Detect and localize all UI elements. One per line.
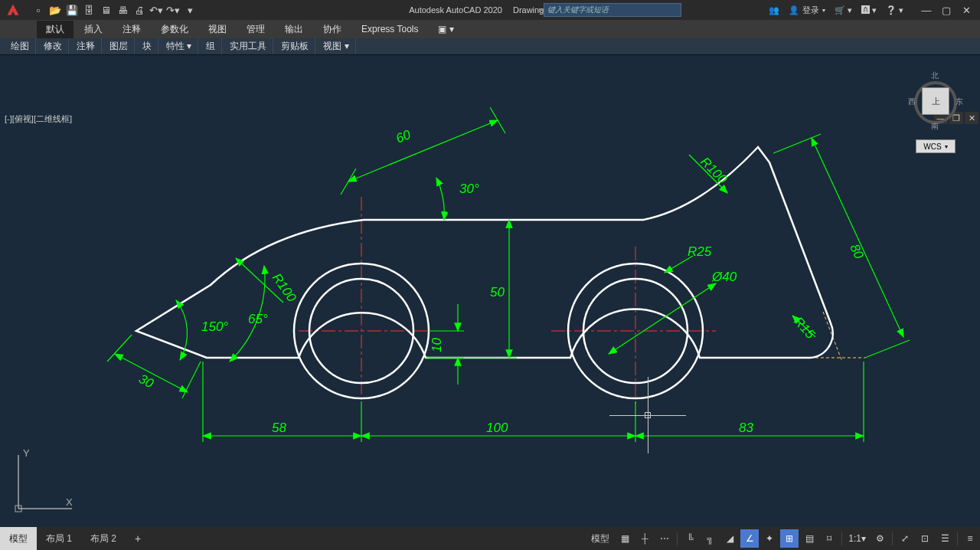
share-button[interactable]: 👥 xyxy=(769,5,779,15)
dim-80: 80 xyxy=(847,242,866,262)
app-logo[interactable] xyxy=(0,0,26,20)
tab-layout1[interactable]: 布局 1 xyxy=(37,527,81,550)
tab-add[interactable]: + xyxy=(126,527,150,550)
status-more-icon[interactable]: ⋯ xyxy=(655,529,674,548)
panel-block[interactable]: 块 xyxy=(136,38,158,54)
tab-collaborate[interactable]: 协作 xyxy=(314,21,351,38)
tab-output[interactable]: 输出 xyxy=(276,21,312,38)
dim-r100a: R100 xyxy=(270,270,299,305)
status-scale[interactable]: 1:1▾ xyxy=(845,529,869,548)
status-polar-icon[interactable]: ╗ xyxy=(701,529,719,548)
login-button[interactable]: 👤 登录 ▾ xyxy=(789,5,825,16)
status-opts-icon[interactable]: ⊡ xyxy=(916,529,934,548)
status-model[interactable]: 模型 xyxy=(586,529,614,548)
panel-modify[interactable]: 修改 xyxy=(38,38,69,54)
dim-r25: R25 xyxy=(688,244,712,259)
search-placeholder: 键入关键字或短语 xyxy=(547,5,609,15)
svg-line-35 xyxy=(609,283,716,354)
status-iso-icon[interactable]: ◢ xyxy=(720,529,739,548)
tab-parametric[interactable]: 参数化 xyxy=(152,21,198,38)
status-lw-icon[interactable]: ⊞ xyxy=(780,529,799,548)
ucs-icon: Y X xyxy=(12,447,81,516)
minimize-button[interactable]: — xyxy=(919,2,934,18)
status-zoom-icon[interactable]: ⤢ xyxy=(896,529,914,548)
svg-line-25 xyxy=(348,120,498,182)
status-isodraft-icon[interactable]: ☰ xyxy=(936,529,954,548)
dim-60: 60 xyxy=(394,127,413,146)
status-transp-icon[interactable]: ▤ xyxy=(800,529,818,548)
app-title: Autodesk AutoCAD 2020 xyxy=(409,5,502,15)
panel-annotation[interactable]: 注释 xyxy=(70,38,102,54)
status-grid-icon[interactable]: ▦ xyxy=(616,529,634,548)
status-osnap-icon[interactable]: ∠ xyxy=(740,529,759,548)
panel-utilities[interactable]: 实用工具 xyxy=(224,38,273,54)
dim-dia40: Ø40 xyxy=(711,270,737,284)
drawing-canvas[interactable]: [-][俯视][二维线框] — ❐ ✕ 上 北 南 西 东 WCS xyxy=(0,55,980,527)
tab-insert[interactable]: 插入 xyxy=(75,21,112,38)
qat-plot-icon[interactable]: 🖶 xyxy=(115,2,130,18)
drawing-svg: 58 100 83 50 10 60 30° 80 R100 xyxy=(0,55,980,530)
tab-manage[interactable]: 管理 xyxy=(237,21,274,38)
svg-point-8 xyxy=(568,264,703,398)
qat-redo-icon[interactable]: ↷▾ xyxy=(165,2,181,18)
exchange-button[interactable]: 🛒 ▾ xyxy=(835,5,852,15)
svg-line-26 xyxy=(773,134,821,153)
app-store-button[interactable]: 🅰 ▾ xyxy=(861,5,877,15)
tab-annotate[interactable]: 注释 xyxy=(113,21,150,38)
dim-a65: 65° xyxy=(248,312,268,326)
qat-openweb-icon[interactable]: 🖥 xyxy=(98,2,113,18)
tab-default[interactable]: 默认 xyxy=(37,21,74,38)
status-ortho-icon[interactable]: ╚ xyxy=(681,529,699,548)
qat-save-icon[interactable]: 💾 xyxy=(64,2,80,18)
dim-50: 50 xyxy=(490,285,505,300)
panel-clipboard[interactable]: 剪贴板 xyxy=(275,38,315,54)
qat-more-icon[interactable]: ▾ xyxy=(182,2,198,18)
panel-view[interactable]: 视图 ▾ xyxy=(317,38,355,54)
dim-83: 83 xyxy=(739,421,753,435)
login-label: 登录 xyxy=(802,5,819,16)
qat-print-icon[interactable]: 🖨 xyxy=(132,2,147,18)
tab-model[interactable]: 模型 xyxy=(0,527,37,550)
svg-line-27 xyxy=(865,340,910,358)
maximize-button[interactable]: ▢ xyxy=(939,2,954,18)
panel-layer[interactable]: 图层 xyxy=(103,38,135,54)
dim-100: 100 xyxy=(486,421,508,435)
dim-58: 58 xyxy=(272,421,286,435)
status-customize-icon[interactable]: ≡ xyxy=(961,529,979,548)
svg-text:Y: Y xyxy=(23,447,30,459)
status-qvlayout-icon[interactable]: ⌑ xyxy=(820,529,838,548)
tab-express[interactable]: Express Tools xyxy=(352,21,427,37)
close-button[interactable]: ✕ xyxy=(959,2,974,18)
svg-line-31 xyxy=(107,335,132,362)
qat-open-icon[interactable]: 📂 xyxy=(47,2,63,18)
tab-focus-icon[interactable]: ▣ ▾ xyxy=(429,21,462,37)
status-bar: 模型 布局 1 布局 2 + 模型 ▦ ┼ ⋯ ╚ ╗ ◢ ∠ ✦ ⊞ ▤ ⌑ … xyxy=(0,527,980,550)
dim-r100b: R100 xyxy=(697,154,730,187)
svg-line-32 xyxy=(182,362,201,398)
qat-saveas-icon[interactable]: 🗄 xyxy=(81,2,96,18)
panel-properties[interactable]: 特性 ▾ xyxy=(160,38,198,54)
status-snap-icon[interactable]: ┼ xyxy=(635,529,654,548)
dim-a30: 30° xyxy=(459,182,479,196)
search-input[interactable]: 键入关键字或短语 xyxy=(544,3,681,17)
status-gear-icon[interactable]: ⚙ xyxy=(871,529,889,548)
tab-layout2[interactable]: 布局 2 xyxy=(81,527,126,550)
qat-new-icon[interactable]: ▫ xyxy=(31,2,46,18)
user-icon: 👤 xyxy=(789,5,799,15)
svg-text:X: X xyxy=(66,496,73,508)
panel-bar: 绘图 修改 注释 图层 块 特性 ▾ 组 实用工具 剪贴板 视图 ▾ xyxy=(0,38,980,55)
dim-a150: 150° xyxy=(201,319,228,334)
ribbon-tabs: 默认 插入 注释 参数化 视图 管理 输出 协作 Express Tools ▣… xyxy=(0,20,980,38)
panel-draw[interactable]: 绘图 xyxy=(5,38,36,54)
status-annoscale-icon[interactable]: ✦ xyxy=(760,529,779,548)
chevron-down-icon: ▾ xyxy=(822,7,825,14)
help-button[interactable]: ❔ ▾ xyxy=(886,5,903,15)
dim-10: 10 xyxy=(430,338,444,352)
panel-group[interactable]: 组 xyxy=(200,38,222,54)
qat-undo-icon[interactable]: ↶▾ xyxy=(149,2,164,18)
tab-view[interactable]: 视图 xyxy=(199,21,236,38)
